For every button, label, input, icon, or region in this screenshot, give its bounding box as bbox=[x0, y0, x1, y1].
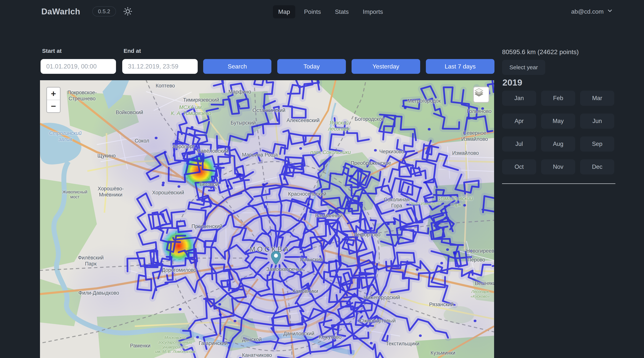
month-button[interactable]: Jun bbox=[580, 114, 614, 129]
quick-filter-buttons: TodayYesterdayLast 7 days bbox=[277, 59, 494, 74]
month-grid: JanFebMarAprMayJunJulAugSepOctNovDec bbox=[502, 91, 614, 175]
month-button[interactable]: May bbox=[541, 114, 575, 129]
map-container[interactable]: КоптевоМарфиноТимирязевскийОстанкинскийП… bbox=[40, 80, 494, 358]
month-button[interactable]: Jan bbox=[502, 91, 536, 106]
map-marker-pin[interactable] bbox=[271, 251, 281, 265]
quick-filter-button[interactable]: Last 7 days bbox=[426, 59, 494, 74]
map-layers-control[interactable] bbox=[473, 86, 489, 103]
nav-tab[interactable]: Points bbox=[299, 5, 326, 18]
zoom-out-button[interactable]: − bbox=[47, 100, 60, 112]
zoom-in-button[interactable]: + bbox=[47, 88, 60, 100]
map-zoom-control: + − bbox=[46, 87, 61, 113]
version-badge: 0.5.2 bbox=[92, 6, 116, 16]
sun-icon bbox=[123, 14, 133, 17]
quick-filter-button[interactable]: Yesterday bbox=[352, 59, 420, 74]
distance-stats: 80595.6 km (24622 points) bbox=[502, 48, 578, 56]
month-button[interactable]: Mar bbox=[580, 91, 614, 106]
app-logo[interactable]: DaWarIch bbox=[41, 7, 80, 16]
end-at-label: End at bbox=[124, 48, 141, 54]
month-button[interactable]: Apr bbox=[502, 114, 536, 129]
month-button[interactable]: Feb bbox=[541, 91, 575, 106]
quick-filter-button[interactable]: Today bbox=[277, 59, 346, 74]
month-button[interactable]: Oct bbox=[502, 159, 536, 175]
month-button[interactable]: Jul bbox=[502, 136, 536, 152]
month-button[interactable]: Sep bbox=[580, 136, 614, 152]
end-at-input[interactable] bbox=[122, 59, 198, 74]
month-button[interactable]: Nov bbox=[541, 159, 575, 175]
main-nav-tabs: MapPointsStatsImports bbox=[273, 5, 388, 18]
sidebar-divider bbox=[502, 183, 616, 184]
theme-toggle-button[interactable] bbox=[123, 6, 133, 16]
start-at-label: Start at bbox=[42, 48, 62, 54]
year-heading: 2019 bbox=[502, 77, 522, 88]
month-button[interactable]: Dec bbox=[580, 159, 614, 175]
month-button[interactable]: Aug bbox=[541, 136, 575, 152]
user-email: ab@cd.com bbox=[571, 8, 604, 15]
nav-tab[interactable]: Map bbox=[273, 5, 295, 18]
nav-tab[interactable]: Imports bbox=[358, 5, 388, 18]
start-at-input[interactable] bbox=[40, 59, 116, 74]
search-button[interactable]: Search bbox=[203, 59, 272, 74]
chevron-down-icon bbox=[607, 7, 613, 15]
select-year-button[interactable]: Select year bbox=[502, 60, 545, 75]
app-root: { "navbar": { "brand": "DaWarIch", "vers… bbox=[0, 0, 644, 358]
nav-tab[interactable]: Stats bbox=[330, 5, 354, 18]
navbar: DaWarIch 0.5.2 MapPointsStatsImports ab@… bbox=[0, 0, 644, 23]
map-canvas bbox=[40, 80, 494, 358]
user-menu[interactable]: ab@cd.com bbox=[571, 7, 613, 15]
